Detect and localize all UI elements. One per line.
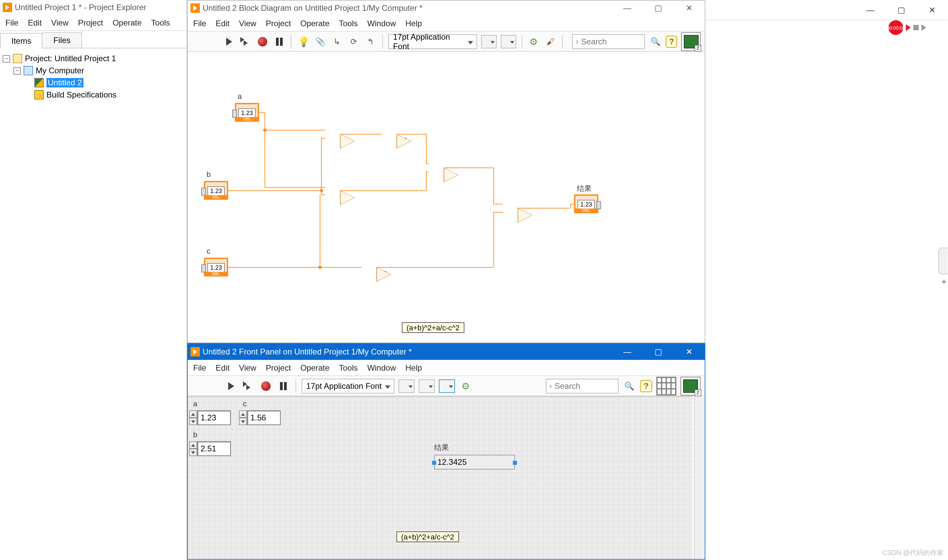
host-minimize-button[interactable]: —	[855, 0, 886, 20]
spinner-a[interactable]	[189, 410, 197, 425]
tree-my-computer[interactable]: − My Computer	[3, 65, 184, 77]
record-timer[interactable]: 00:00:00	[888, 20, 903, 35]
host-close-button[interactable]: ✕	[917, 0, 948, 20]
abort-button[interactable]	[256, 35, 269, 48]
highlight-execution-button[interactable]: 💡	[297, 35, 310, 48]
fp-distribute-button[interactable]	[419, 379, 435, 392]
formula-label[interactable]: (a+b)^2+a/c-c^2	[402, 322, 464, 333]
spin-down-icon[interactable]	[189, 449, 197, 456]
control-b[interactable]: 2.51	[189, 441, 231, 456]
front-panel-titlebar[interactable]: Untitled 2 Front Panel on Untitled Proje…	[188, 344, 705, 360]
step-over-button[interactable]: ⟳	[347, 35, 360, 48]
op-square-ab[interactable]: x²	[396, 134, 411, 149]
fp-reorder-button[interactable]: ⚙	[459, 379, 472, 392]
spin-down-icon[interactable]	[239, 418, 247, 425]
record-play-icon[interactable]	[906, 24, 911, 31]
side-panel-add-icon[interactable]: +	[942, 277, 946, 286]
fp-context-help-button[interactable]: ?	[640, 380, 652, 392]
bd-maximize-button[interactable]: ▢	[643, 1, 674, 15]
fp-resize-button[interactable]	[439, 379, 455, 392]
fp-formula-label[interactable]: (a+b)^2+a/c-c^2	[396, 531, 459, 542]
menu-project[interactable]: Project	[78, 18, 103, 27]
fp-search-icon[interactable]: 🔍	[623, 379, 636, 392]
control-c-field[interactable]: 1.56	[247, 410, 281, 425]
indicator-result[interactable]: 12.3425	[434, 455, 515, 469]
bd-menu-tools[interactable]: Tools	[339, 18, 358, 28]
spin-down-icon[interactable]	[189, 418, 197, 425]
fp-run-continuously-button[interactable]	[242, 379, 255, 392]
menu-edit[interactable]: Edit	[28, 18, 42, 27]
menu-tools[interactable]: Tools	[151, 18, 170, 27]
block-diagram-canvas[interactable]: a 1.23 DBL b 1.23 DBL c 1.23 DBL 结果 1.23…	[188, 52, 705, 342]
fp-search-box[interactable]: ›	[546, 378, 618, 393]
distribute-objects-button[interactable]	[501, 35, 516, 48]
bd-menu-operate[interactable]: Operate	[300, 18, 330, 28]
tab-items[interactable]: Items	[0, 33, 43, 48]
expand-icon[interactable]: −	[14, 67, 21, 74]
context-help-button[interactable]: ?	[666, 35, 677, 48]
font-selector[interactable]: 17pt Application Font	[388, 34, 477, 49]
menu-view[interactable]: View	[51, 18, 69, 27]
op-divide-ac[interactable]: ÷	[340, 190, 355, 205]
front-panel-canvas[interactable]: a 1.23 c 1.56 b 2.51 结果 12.3425	[188, 396, 692, 559]
run-continuously-button[interactable]	[239, 35, 252, 48]
bd-menu-view[interactable]: View	[239, 18, 256, 28]
op-square-c[interactable]: x²	[376, 267, 391, 282]
selection-handle-icon[interactable]	[432, 461, 436, 465]
fp-abort-button[interactable]	[259, 379, 273, 392]
op-subtract[interactable]: -	[518, 208, 532, 223]
terminal-c[interactable]: 1.23 DBL	[204, 258, 228, 277]
tree-build-spec[interactable]: Build Specifications	[3, 89, 184, 101]
spin-up-icon[interactable]	[189, 410, 197, 418]
search-input[interactable]	[581, 37, 642, 46]
fp-align-button[interactable]	[398, 379, 415, 392]
host-maximize-button[interactable]: ▢	[886, 0, 917, 20]
fp-run-button[interactable]	[224, 379, 237, 392]
control-c[interactable]: 1.56	[239, 410, 281, 425]
control-a-field[interactable]: 1.23	[197, 410, 231, 425]
bd-menu-edit[interactable]: Edit	[216, 18, 230, 28]
fp-font-selector[interactable]: 17pt Application Font	[302, 378, 395, 393]
bd-menu-window[interactable]: Window	[367, 18, 396, 28]
spinner-b[interactable]	[189, 441, 197, 456]
fp-minimize-button[interactable]: —	[612, 344, 643, 360]
expand-icon[interactable]: −	[3, 55, 10, 62]
fp-menu-tools[interactable]: Tools	[339, 363, 358, 372]
record-mark-icon[interactable]	[922, 24, 926, 31]
project-explorer-titlebar[interactable]: Untitled Project 1 * - Project Explorer	[0, 0, 187, 15]
fp-vertical-scrollbar[interactable]	[694, 396, 705, 559]
op-add-ab[interactable]: +	[340, 134, 355, 149]
spin-up-icon[interactable]	[239, 410, 247, 418]
terminal-result[interactable]: 1.23 DBL	[574, 194, 598, 213]
menu-file[interactable]: File	[5, 18, 18, 27]
step-out-button[interactable]: ↰	[364, 35, 377, 48]
search-scope-icon[interactable]: ›	[576, 37, 578, 46]
search-box[interactable]: ›	[572, 34, 645, 49]
search-icon[interactable]: 🔍	[649, 35, 662, 48]
cleanup-button[interactable]: ⚙	[527, 35, 540, 48]
retain-wire-button[interactable]: 📎	[314, 35, 327, 48]
vi-icon-pane[interactable]: 2	[681, 32, 701, 51]
fp-search-input[interactable]	[555, 381, 615, 391]
fp-close-button[interactable]: ✕	[674, 344, 705, 360]
step-into-button[interactable]: ↳	[330, 35, 343, 48]
connector-pane-icon[interactable]	[656, 376, 677, 395]
tree-root[interactable]: − Project: Untitled Project 1	[3, 52, 184, 65]
fp-menu-edit[interactable]: Edit	[216, 363, 230, 372]
fp-menu-view[interactable]: View	[239, 363, 256, 372]
selection-handle-icon[interactable]	[513, 461, 517, 465]
bd-menu-help[interactable]: Help	[405, 18, 422, 28]
op-add-top[interactable]: +	[444, 168, 458, 182]
search-scope-icon[interactable]: ›	[549, 381, 552, 391]
bd-menu-file[interactable]: File	[193, 18, 206, 28]
tab-files[interactable]: Files	[42, 32, 82, 48]
menu-operate[interactable]: Operate	[113, 18, 142, 27]
bd-close-button[interactable]: ✕	[674, 1, 705, 15]
fp-maximize-button[interactable]: ▢	[643, 344, 674, 360]
fp-menu-operate[interactable]: Operate	[300, 363, 330, 372]
terminal-a[interactable]: 1.23 DBL	[235, 103, 259, 122]
bd-minimize-button[interactable]: —	[612, 1, 643, 15]
terminal-b[interactable]: 1.23 DBL	[204, 181, 228, 200]
tree-vi-item[interactable]: Untitled 2	[3, 77, 184, 89]
fp-pause-button[interactable]	[277, 379, 290, 392]
